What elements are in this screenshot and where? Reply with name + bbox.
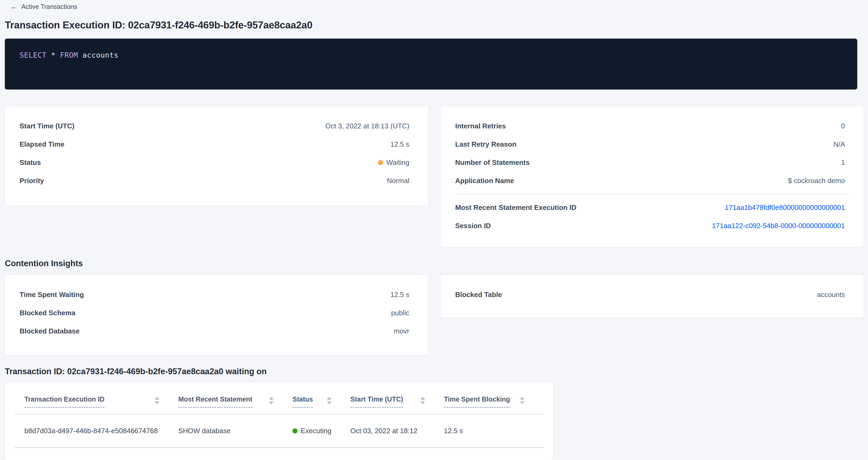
summary-row-time-spent-waiting: Time Spent Waiting 12.5 s [5, 285, 428, 304]
priority-label: Priority [20, 177, 44, 185]
status-waiting-dot-icon [378, 160, 383, 165]
blocked-schema-label: Blocked Schema [20, 309, 75, 317]
blocked-table-value: accounts [817, 290, 845, 299]
number-of-statements-label: Number of Statements [455, 158, 529, 167]
summary-row-internal-retries: Internal Retries 0 [440, 117, 864, 135]
sql-table-name: accounts [78, 51, 119, 59]
cell-start-time: Oct 03, 2022 at 18:12 [350, 427, 444, 435]
sql-keyword-select: SELECT [20, 51, 46, 59]
column-header-transaction-execution-id[interactable]: Transaction Execution ID [24, 395, 178, 413]
cell-most-recent-statement: SHOW database [178, 427, 292, 435]
session-id-link[interactable]: 171aa122-c092-54b8-0000-000000000001 [712, 222, 845, 230]
time-spent-waiting-label: Time Spent Waiting [20, 290, 84, 299]
status-executing-dot-icon [292, 428, 298, 433]
summary-cards-row: Start Time (UTC) Oct 3, 2022 at 18:13 (U… [5, 106, 864, 247]
column-header-most-recent-statement[interactable]: Most Recent Statement [178, 395, 292, 413]
sort-arrows-icon[interactable] [327, 395, 332, 404]
waiting-on-table-card: Transaction Execution ID Most Recent Sta… [5, 382, 553, 460]
active-transaction-details-page: ← Active Transactions Transaction Execut… [0, 0, 868, 460]
column-header-label: Time Spent Blocking [444, 395, 510, 408]
summary-row-statement-execution-id: Most Recent Statement Execution ID 171aa… [440, 198, 864, 217]
table-row: b8d7d03a-d497-446b-8474-e50846674768 SHO… [14, 415, 544, 448]
sort-arrows-icon[interactable] [155, 395, 159, 404]
summary-row-application-name: Application Name $ cockroach demo [440, 172, 864, 190]
number-of-statements-value: 1 [841, 158, 845, 167]
statement-execution-id-link[interactable]: 171aa1b478fdf0e80000000000000001 [725, 204, 845, 212]
elapsed-time-value: 12.5 s [390, 140, 409, 149]
column-header-label: Transaction Execution ID [24, 395, 104, 408]
sql-text: * [46, 51, 60, 59]
last-retry-reason-label: Last Retry Reason [455, 140, 516, 149]
column-header-status[interactable]: Status [292, 395, 350, 413]
contention-insights-heading: Contention Insights [5, 259, 864, 268]
card-divider [455, 194, 849, 195]
contention-cards-row: Time Spent Waiting 12.5 s Blocked Schema… [5, 275, 864, 355]
arrow-left-icon: ← [10, 3, 18, 10]
blocked-database-label: Blocked Database [20, 327, 80, 335]
sort-arrows-icon[interactable] [520, 395, 525, 404]
cell-status: Executing [292, 427, 350, 435]
summary-row-priority: Priority Normal [5, 172, 428, 190]
start-time-value: Oct 3, 2022 at 18:13 (UTC) [325, 122, 409, 130]
cell-transaction-execution-id: b8d7d03a-d497-446b-8474-e50846674768 [24, 427, 178, 435]
internal-retries-value: 0 [841, 122, 845, 130]
column-header-label: Most Recent Statement [178, 395, 252, 408]
waiting-on-heading: Transaction ID: 02ca7931-f246-469b-b2fe-… [5, 367, 864, 376]
status-value: Executing [301, 427, 331, 435]
contention-left-card: Time Spent Waiting 12.5 s Blocked Schema… [5, 275, 428, 355]
summary-row-status: Status Waiting [5, 153, 428, 172]
summary-row-elapsed-time: Elapsed Time 12.5 s [5, 135, 428, 153]
cell-time-spent-blocking: 12.5 s [444, 427, 544, 435]
session-id-label: Session ID [455, 222, 491, 230]
breadcrumb-label: Active Transactions [22, 3, 77, 10]
status-value: Waiting [386, 158, 409, 167]
summary-row-blocked-database: Blocked Database movr [5, 322, 428, 340]
summary-row-start-time: Start Time (UTC) Oct 3, 2022 at 18:13 (U… [5, 117, 428, 135]
summary-row-session-id: Session ID 171aa122-c092-54b8-0000-00000… [440, 217, 864, 235]
breadcrumb-back-active-transactions[interactable]: ← Active Transactions [10, 2, 77, 11]
start-time-label: Start Time (UTC) [20, 122, 74, 130]
page-title: Transaction Execution ID: 02ca7931-f246-… [5, 19, 864, 31]
application-name-label: Application Name [455, 177, 514, 185]
status-label: Status [20, 158, 41, 167]
column-header-label: Status [292, 395, 313, 408]
last-retry-reason-value: N/A [833, 140, 845, 149]
application-name-value: $ cockroach demo [788, 177, 845, 185]
sql-statement-box: SELECT * FROM accounts [5, 39, 857, 90]
status-badge: Waiting [378, 158, 409, 167]
summary-row-blocked-table: Blocked Table accounts [440, 285, 864, 304]
column-header-time-spent-blocking[interactable]: Time Spent Blocking [444, 395, 544, 413]
column-header-start-time[interactable]: Start Time (UTC) [350, 395, 444, 413]
column-header-label: Start Time (UTC) [350, 395, 403, 408]
blocked-table-label: Blocked Table [455, 290, 502, 299]
sql-keyword-from: FROM [60, 51, 78, 59]
table-header-row: Transaction Execution ID Most Recent Sta… [14, 382, 544, 415]
sort-arrows-icon[interactable] [269, 395, 274, 404]
time-spent-waiting-value: 12.5 s [390, 290, 409, 299]
summary-row-blocked-schema: Blocked Schema public [5, 304, 428, 322]
summary-row-number-of-statements: Number of Statements 1 [440, 153, 864, 172]
blocked-schema-value: public [391, 309, 409, 317]
internal-retries-label: Internal Retries [455, 122, 506, 130]
sort-arrows-icon[interactable] [420, 395, 425, 404]
elapsed-time-label: Elapsed Time [20, 140, 64, 149]
statement-execution-id-label: Most Recent Statement Execution ID [455, 204, 576, 212]
contention-right-card: Blocked Table accounts [440, 275, 864, 317]
blocked-database-value: movr [394, 327, 409, 335]
transaction-details-card: Internal Retries 0 Last Retry Reason N/A… [440, 106, 864, 247]
summary-row-last-retry-reason: Last Retry Reason N/A [440, 135, 864, 153]
transaction-summary-card: Start Time (UTC) Oct 3, 2022 at 18:13 (U… [5, 106, 428, 205]
priority-value: Normal [387, 177, 409, 185]
